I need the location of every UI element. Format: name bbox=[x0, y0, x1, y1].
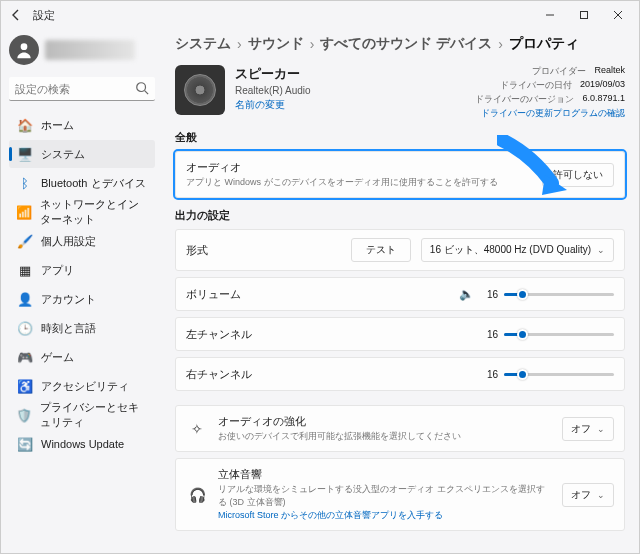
titlebar: 設定 bbox=[1, 1, 639, 29]
volume-card: ボリューム 🔈 16 bbox=[175, 277, 625, 311]
section-output: 出力の設定 bbox=[175, 208, 625, 223]
close-icon bbox=[613, 10, 623, 20]
svg-line-4 bbox=[145, 91, 149, 95]
disallow-button[interactable]: 許可しない bbox=[542, 163, 614, 187]
driver-meta: プロバイダーRealtek ドライバーの日付2019/09/03 ドライバーのバ… bbox=[475, 65, 625, 120]
search-box[interactable] bbox=[9, 77, 155, 101]
format-card: 形式 テスト 16 ビット、48000 Hz (DVD Quality) ⌄ bbox=[175, 229, 625, 271]
bluetooth-icon: ᛒ bbox=[17, 175, 33, 191]
audio-title: オーディオ bbox=[186, 160, 532, 175]
brush-icon: 🖌️ bbox=[17, 233, 33, 249]
main-content: システム› サウンド› すべてのサウンド デバイス› プロパティ スピーカー R… bbox=[161, 29, 639, 553]
left-channel-card: 左チャンネル 16 bbox=[175, 317, 625, 351]
clock-icon: 🕒 bbox=[17, 320, 33, 336]
device-header: スピーカー Realtek(R) Audio 名前の変更 プロバイダーRealt… bbox=[175, 65, 625, 120]
audio-sub: アプリと Windows がこのデバイスをオーディオ用に使用することを許可する bbox=[186, 176, 532, 189]
chevron-down-icon: ⌄ bbox=[597, 490, 605, 500]
sidebar-item-label: プライバシーとセキュリティ bbox=[40, 400, 147, 430]
spatial-select[interactable]: オフ ⌄ bbox=[562, 483, 614, 507]
update-icon: 🔄 bbox=[17, 436, 33, 452]
shield-icon: 🛡️ bbox=[16, 407, 32, 423]
breadcrumb-properties: プロパティ bbox=[509, 35, 579, 53]
search-icon bbox=[135, 81, 149, 97]
sidebar-item-label: アカウント bbox=[41, 292, 96, 307]
arrow-left-icon bbox=[11, 9, 23, 21]
breadcrumb: システム› サウンド› すべてのサウンド デバイス› プロパティ bbox=[175, 35, 625, 53]
search-input[interactable] bbox=[9, 77, 155, 101]
apps-icon: ▦ bbox=[17, 262, 33, 278]
svg-point-3 bbox=[137, 83, 146, 92]
back-button[interactable] bbox=[5, 3, 29, 27]
avatar bbox=[9, 35, 39, 65]
left-slider[interactable] bbox=[504, 326, 614, 342]
account-name-redacted bbox=[45, 40, 135, 60]
driver-update-link[interactable]: ドライバーの更新プログラムの確認 bbox=[475, 107, 625, 120]
sidebar-item-label: システム bbox=[41, 147, 85, 162]
game-icon: 🎮 bbox=[17, 349, 33, 365]
sidebar-item-label: アプリ bbox=[41, 263, 74, 278]
sidebar-item-gaming[interactable]: 🎮ゲーム bbox=[9, 343, 155, 371]
test-button[interactable]: テスト bbox=[351, 238, 411, 262]
sidebar-item-label: ゲーム bbox=[41, 350, 74, 365]
sidebar-item-label: Windows Update bbox=[41, 438, 124, 450]
account-header[interactable] bbox=[9, 33, 155, 67]
accessibility-icon: ♿ bbox=[17, 378, 33, 394]
sidebar-item-label: ホーム bbox=[41, 118, 74, 133]
window-title: 設定 bbox=[33, 8, 55, 23]
sidebar-item-time-language[interactable]: 🕒時刻と言語 bbox=[9, 314, 155, 342]
enhancement-select[interactable]: オフ ⌄ bbox=[562, 417, 614, 441]
minimize-button[interactable] bbox=[533, 1, 567, 29]
enhancement-card[interactable]: ✧ オーディオの強化 お使いのデバイスで利用可能な拡張機能を選択してください オ… bbox=[175, 405, 625, 452]
breadcrumb-all-devices[interactable]: すべてのサウンド デバイス bbox=[320, 35, 492, 53]
minimize-icon bbox=[545, 10, 555, 20]
right-slider[interactable] bbox=[504, 366, 614, 382]
chevron-down-icon: ⌄ bbox=[597, 245, 605, 255]
sidebar-item-windows-update[interactable]: 🔄Windows Update bbox=[9, 430, 155, 458]
svg-rect-1 bbox=[581, 12, 588, 19]
speaker-icon bbox=[175, 65, 225, 115]
spatial-store-link[interactable]: Microsoft Store からその他の立体音響アプリを入手する bbox=[218, 509, 552, 522]
format-select[interactable]: 16 ビット、48000 Hz (DVD Quality) ⌄ bbox=[421, 238, 614, 262]
svg-point-2 bbox=[21, 43, 28, 50]
sidebar-item-home[interactable]: 🏠ホーム bbox=[9, 111, 155, 139]
account-icon: 👤 bbox=[17, 291, 33, 307]
sidebar-item-bluetooth[interactable]: ᛒBluetooth とデバイス bbox=[9, 169, 155, 197]
system-icon: 🖥️ bbox=[17, 146, 33, 162]
sidebar-item-label: ネットワークとインターネット bbox=[40, 197, 147, 227]
audio-card: オーディオ アプリと Windows がこのデバイスをオーディオ用に使用すること… bbox=[175, 151, 625, 198]
device-name: スピーカー bbox=[235, 65, 465, 83]
sidebar-item-label: アクセシビリティ bbox=[41, 379, 129, 394]
sidebar-item-privacy[interactable]: 🛡️プライバシーとセキュリティ bbox=[9, 401, 155, 429]
maximize-icon bbox=[579, 10, 589, 20]
device-subtitle: Realtek(R) Audio bbox=[235, 85, 465, 96]
right-channel-card: 右チャンネル 16 bbox=[175, 357, 625, 391]
chevron-down-icon: ⌄ bbox=[597, 424, 605, 434]
spatial-card[interactable]: 🎧 立体音響 リアルな環境をシミュレートする没入型のオーディオ エクスペリエンス… bbox=[175, 458, 625, 531]
sidebar-item-accounts[interactable]: 👤アカウント bbox=[9, 285, 155, 313]
speaker-low-icon[interactable]: 🔈 bbox=[459, 287, 474, 301]
breadcrumb-system[interactable]: システム bbox=[175, 35, 231, 53]
home-icon: 🏠 bbox=[17, 117, 33, 133]
rename-link[interactable]: 名前の変更 bbox=[235, 98, 465, 112]
section-general: 全般 bbox=[175, 130, 625, 145]
person-icon bbox=[14, 40, 34, 60]
maximize-button[interactable] bbox=[567, 1, 601, 29]
sidebar-item-apps[interactable]: ▦アプリ bbox=[9, 256, 155, 284]
sidebar-item-system[interactable]: 🖥️システム bbox=[9, 140, 155, 168]
headphones-icon: 🎧 bbox=[186, 487, 208, 503]
sidebar-item-label: 時刻と言語 bbox=[41, 321, 96, 336]
sidebar-item-label: 個人用設定 bbox=[41, 234, 96, 249]
sparkle-icon: ✧ bbox=[186, 421, 208, 437]
sidebar-item-network[interactable]: 📶ネットワークとインターネット bbox=[9, 198, 155, 226]
sidebar: 🏠ホーム 🖥️システム ᛒBluetooth とデバイス 📶ネットワークとインタ… bbox=[1, 29, 161, 553]
sidebar-item-personalization[interactable]: 🖌️個人用設定 bbox=[9, 227, 155, 255]
breadcrumb-sound[interactable]: サウンド bbox=[248, 35, 304, 53]
sidebar-item-accessibility[interactable]: ♿アクセシビリティ bbox=[9, 372, 155, 400]
sidebar-item-label: Bluetooth とデバイス bbox=[41, 176, 146, 191]
wifi-icon: 📶 bbox=[16, 204, 32, 220]
volume-slider[interactable] bbox=[504, 286, 614, 302]
close-button[interactable] bbox=[601, 1, 635, 29]
